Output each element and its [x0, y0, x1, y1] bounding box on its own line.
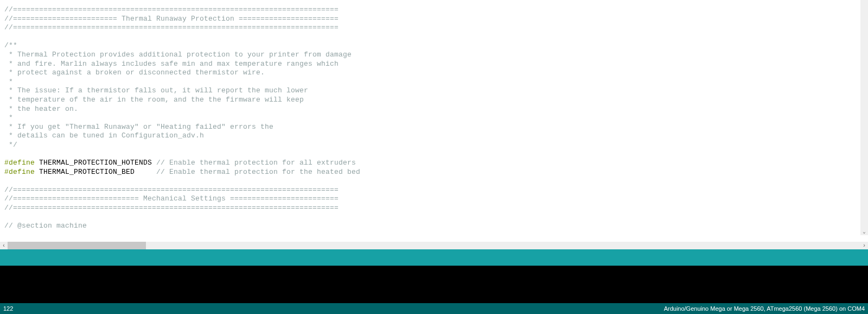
horizontal-scroll-track[interactable]: [8, 242, 860, 249]
message-bar: [0, 249, 868, 266]
code-content[interactable]: //======================================…: [0, 0, 868, 236]
code-editor[interactable]: //======================================…: [0, 0, 868, 242]
line-number-indicator: 122: [3, 305, 13, 312]
vertical-scrollbar[interactable]: ⌄: [860, 0, 868, 235]
horizontal-scrollbar[interactable]: ‹ ›: [0, 242, 868, 249]
horizontal-scroll-thumb[interactable]: [8, 242, 146, 249]
scroll-right-button[interactable]: ›: [860, 242, 868, 249]
status-bar: 122 Arduino/Genuino Mega or Mega 2560, A…: [0, 303, 868, 314]
console-output[interactable]: [0, 266, 868, 303]
scroll-down-button[interactable]: ⌄: [860, 228, 868, 235]
scroll-left-button[interactable]: ‹: [0, 242, 8, 249]
board-info: Arduino/Genuino Mega or Mega 2560, ATmeg…: [664, 305, 865, 312]
